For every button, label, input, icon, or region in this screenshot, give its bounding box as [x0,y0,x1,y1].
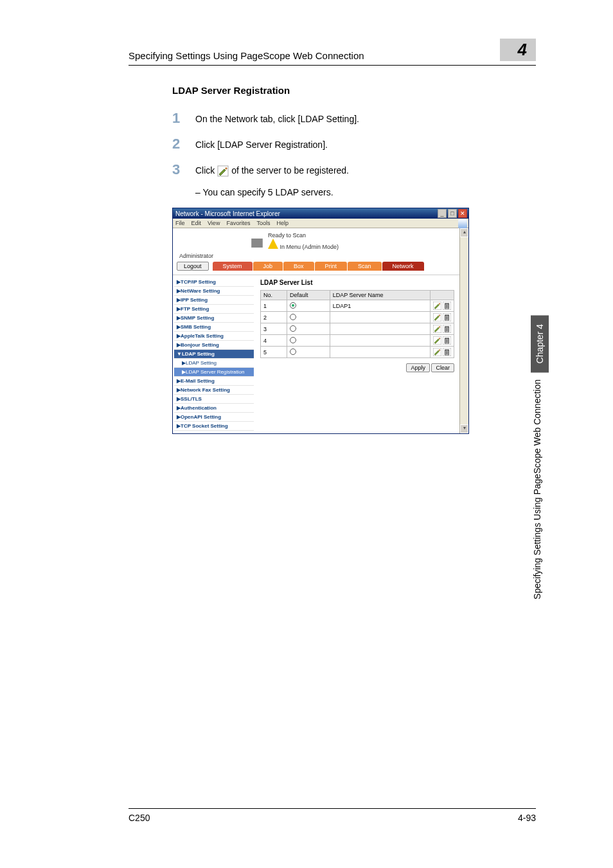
table-row: 5 [261,347,454,358]
sidebar-item-ldap-registration[interactable]: ▶LDAP Server Registration [174,368,254,377]
table-row: 2 [261,312,454,323]
col-default: Default [287,291,330,300]
menu-tools[interactable]: Tools [256,220,270,226]
sidebar-item-snmp[interactable]: ▶SNMP Setting [174,314,254,323]
admin-label: Administrator [173,251,459,262]
logout-button[interactable]: Logout [177,262,209,271]
vertical-scrollbar[interactable]: ▴ ▾ [459,228,468,433]
step-text: Click of the server to be registered. [195,161,349,178]
step3-pre: Click [195,165,217,176]
default-radio[interactable] [290,337,296,343]
ldap-server-table: No. Default LDAP Server Name 1LDAP12345 [260,290,454,358]
substep: – You can specify 5 LDAP servers. [195,187,536,197]
sidebar-item-bonjour[interactable]: ▶Bonjour Setting [174,341,254,350]
edit-icon[interactable] [433,302,441,310]
tab-job[interactable]: Job [253,262,283,271]
cell-default [287,312,330,323]
maximize-button[interactable]: □ [448,209,457,218]
status-area: Ready to Scan In Menu (Admin Mode) [173,228,459,251]
cell-name: LDAP1 [330,300,430,312]
delete-icon[interactable] [443,325,451,333]
printer-icon [250,235,264,248]
edit-icon[interactable] [433,325,441,333]
sidebar-item-tcpip[interactable]: ▶TCP/IP Setting [174,278,254,287]
edit-icon[interactable] [433,336,441,345]
sidebar-item-auth[interactable]: ▶Authentication [174,404,254,413]
menu-favorites[interactable]: Favorites [226,220,250,226]
step-2: 2 Click [LDAP Server Registration]. [172,136,536,152]
col-name: LDAP Server Name [330,291,430,300]
page-header: Specifying Settings Using PageScope Web … [129,39,536,66]
sidebar-item-netfax[interactable]: ▶Network Fax Setting [174,386,254,395]
sidebar-item-netware[interactable]: ▶NetWare Setting [174,287,254,296]
tab-system[interactable]: System [213,262,253,271]
delete-icon[interactable] [443,313,451,321]
edit-icon[interactable] [433,313,441,321]
nav-tabs: Logout System Job Box Print Scan Network [173,262,459,275]
cell-default [287,300,330,312]
cell-no: 5 [261,347,287,358]
menu-view[interactable]: View [208,220,220,226]
delete-icon[interactable] [443,336,451,345]
menu-file[interactable]: File [175,220,185,226]
cell-default [287,323,330,335]
default-radio[interactable] [290,348,296,355]
table-row: 4 [261,335,454,347]
main-title: LDAP Server List [260,279,454,286]
apply-button[interactable]: Apply [406,363,430,372]
step-3: 3 Click of the server to be registered. [172,161,536,178]
cell-name [330,312,430,323]
step-text: Click [LDAP Server Registration]. [195,136,328,152]
sidebar-item-email[interactable]: ▶E-Mail Setting [174,377,254,386]
col-no: No. [261,291,287,300]
sidebar-item-appletalk[interactable]: ▶AppleTalk Setting [174,332,254,341]
scroll-down-button[interactable]: ▾ [460,424,468,433]
svg-rect-21 [445,327,449,328]
sidebar-item-openapi[interactable]: ▶OpenAPI Setting [174,413,254,422]
step-num: 1 [172,110,195,127]
header-title: Specifying Settings Using PageScope Web … [129,50,364,61]
sidebar-item-ssl[interactable]: ▶SSL/TLS [174,395,254,404]
section-title: LDAP Server Registration [172,85,536,96]
table-row: 1LDAP1 [261,300,454,312]
sidebar-item-ldap-parent[interactable]: ▼LDAP Setting [174,350,254,359]
tab-box[interactable]: Box [283,262,314,271]
close-button[interactable]: ✕ [458,209,467,218]
cell-name [330,335,430,347]
tab-print[interactable]: Print [315,262,348,271]
default-radio[interactable] [290,325,296,332]
page-footer: C250 4-93 [129,808,536,823]
step-text: On the Network tab, click [LDAP Setting]… [195,110,359,127]
tab-scan[interactable]: Scan [348,262,382,271]
edit-icon[interactable] [433,348,441,356]
sidebar-item-ftp[interactable]: ▶FTP Setting [174,305,254,314]
cell-name [330,323,430,335]
minimize-button[interactable]: _ [438,209,447,218]
default-radio[interactable] [290,314,296,320]
scroll-up-button[interactable]: ▴ [460,228,468,237]
status-mode: In Menu (Admin Mode) [280,244,339,250]
delete-icon[interactable] [443,348,451,356]
menu-edit[interactable]: Edit [191,220,202,226]
sidebar-item-smb[interactable]: ▶SMB Setting [174,323,254,332]
cell-default [287,335,330,347]
warning-icon [268,239,278,249]
menubar: File Edit View Favorites Tools Help [173,219,468,228]
step-num: 3 [172,161,195,178]
svg-rect-28 [445,338,449,339]
delete-icon[interactable] [443,302,451,310]
cell-no: 3 [261,323,287,335]
sidebar-item-ipp[interactable]: ▶IPP Setting [174,296,254,305]
sidebar-item-ldap-setting[interactable]: ▶LDAP Setting [174,359,254,368]
table-row: 3 [261,323,454,335]
svg-rect-14 [445,315,449,316]
status-ready: Ready to Scan [268,232,339,239]
step-num: 2 [172,136,195,152]
default-radio[interactable] [290,302,296,309]
chapter-number: 4 [500,39,536,61]
tab-network[interactable]: Network [382,262,424,271]
clear-button[interactable]: Clear [431,363,454,372]
sidebar-item-tcpsocket[interactable]: ▶TCP Socket Setting [174,422,254,431]
menu-help[interactable]: Help [276,220,289,226]
step-1: 1 On the Network tab, click [LDAP Settin… [172,110,536,127]
